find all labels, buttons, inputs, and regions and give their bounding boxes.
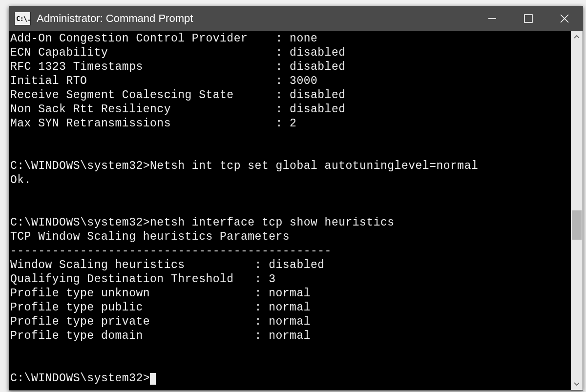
minimize-button[interactable] <box>474 6 510 31</box>
chevron-down-icon <box>574 382 580 386</box>
chevron-up-icon <box>574 35 580 39</box>
minimize-icon <box>488 14 497 23</box>
close-icon <box>560 14 569 23</box>
window-controls <box>474 6 583 31</box>
maximize-button[interactable] <box>510 6 546 31</box>
cursor <box>150 373 156 385</box>
terminal-output[interactable]: Add-On Congestion Control Provider : non… <box>9 31 571 390</box>
window-title: Administrator: Command Prompt <box>37 12 474 25</box>
body-area: Add-On Congestion Control Provider : non… <box>9 31 583 390</box>
cmd-window: C:\. Administrator: Command Prompt <box>9 6 583 391</box>
maximize-icon <box>524 14 533 23</box>
scroll-thumb[interactable] <box>572 210 582 240</box>
vertical-scrollbar[interactable] <box>571 31 583 390</box>
cmd-icon: C:\. <box>14 12 31 25</box>
svg-rect-1 <box>524 15 532 22</box>
scroll-up-arrow[interactable] <box>571 31 583 42</box>
close-button[interactable] <box>546 6 583 31</box>
scroll-down-arrow[interactable] <box>571 378 583 390</box>
title-bar[interactable]: C:\. Administrator: Command Prompt <box>9 6 583 31</box>
scroll-track[interactable] <box>571 42 583 378</box>
